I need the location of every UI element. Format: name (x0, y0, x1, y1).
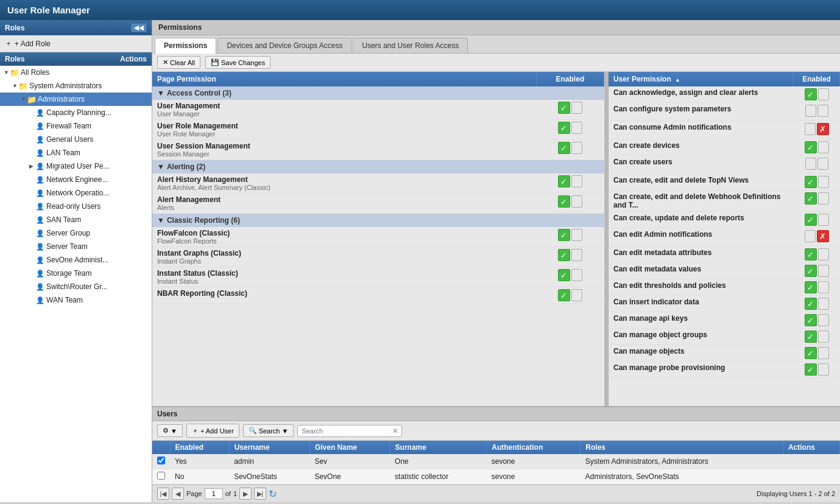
check-green[interactable]: ✓ (805, 331, 817, 343)
group-expand[interactable]: ▼ (157, 89, 164, 97)
users-col-header-4[interactable]: Surname (390, 441, 487, 454)
user-perm-toggle[interactable]: ✓ (805, 347, 829, 359)
perm-toggle[interactable]: ✓ (558, 269, 582, 281)
tab-users-access[interactable]: Users and User Roles Access (353, 38, 468, 53)
user-perm-toggle[interactable]: ✓ (805, 248, 829, 261)
check-toggle-right[interactable] (818, 298, 829, 310)
sidebar-item-switch-router-gr[interactable]: 👤Switch\Router Gr... (0, 280, 152, 293)
search-input[interactable] (298, 425, 389, 436)
sidebar-item-all-roles[interactable]: ▼📁All Roles (0, 66, 152, 79)
check-green[interactable]: ✓ (805, 265, 817, 277)
check-toggle-right[interactable] (571, 175, 582, 187)
users-col-header-7[interactable]: Actions (783, 441, 839, 454)
check-toggle-right[interactable] (818, 265, 829, 277)
perm-toggle[interactable]: ✓ (558, 122, 582, 134)
user-perm-toggle[interactable]: ✓ (805, 314, 829, 326)
check-red[interactable]: ✗ (817, 230, 829, 242)
check-green[interactable]: ✓ (805, 248, 817, 261)
check-toggle-right[interactable] (818, 141, 829, 153)
check-green[interactable]: ✓ (558, 195, 570, 208)
perm-toggle[interactable]: ✓ (558, 229, 582, 241)
check-toggle-right[interactable] (818, 176, 829, 188)
check-green[interactable]: ✓ (805, 314, 817, 326)
last-page-button[interactable]: ▶| (254, 488, 266, 500)
next-page-button[interactable]: ▶ (239, 488, 252, 500)
tab-devices-access[interactable]: Devices and Device Groups Access (217, 38, 351, 53)
check-toggle-right[interactable] (818, 314, 829, 326)
add-user-button[interactable]: ＋ + Add User (186, 424, 239, 438)
sidebar-collapse-icons[interactable]: ◀◀ (131, 23, 147, 32)
perm-toggle[interactable]: ✓ (558, 195, 582, 208)
user-perm-toggle[interactable]: ✗ (805, 230, 829, 242)
perm-toggle[interactable]: ✓ (558, 289, 582, 301)
users-col-header-1[interactable]: Enabled (170, 441, 229, 454)
sidebar-item-administrators[interactable]: ▼📁Administrators (0, 93, 152, 106)
user-perm-toggle[interactable]: ✓ (805, 331, 829, 343)
check-green[interactable]: ✓ (805, 363, 817, 376)
check-green[interactable]: ✓ (805, 347, 817, 359)
check-toggle-right[interactable] (571, 142, 582, 154)
user-perm-toggle[interactable] (805, 105, 828, 117)
sidebar-item-server-team[interactable]: 👤Server Team (0, 240, 152, 253)
user-perm-toggle[interactable]: ✓ (805, 214, 829, 226)
page-number-input[interactable] (205, 488, 223, 499)
perm-toggle[interactable]: ✓ (558, 142, 582, 154)
check-green[interactable]: ✓ (805, 192, 817, 205)
users-col-header-3[interactable]: Given Name (309, 441, 390, 454)
check-red[interactable]: ✗ (817, 123, 829, 135)
check-green[interactable]: ✓ (805, 176, 817, 188)
sidebar-item-server-group[interactable]: 👤Server Group (0, 226, 152, 240)
search-clear-button[interactable]: ✕ (389, 425, 401, 436)
check-toggle-right[interactable] (818, 363, 829, 376)
collapse-icon[interactable]: ◀◀ (131, 23, 147, 32)
check-toggle-left[interactable] (805, 230, 816, 242)
sidebar-item-capacity-planning[interactable]: 👤Capacity Planning... (0, 106, 152, 119)
check-green[interactable]: ✓ (558, 122, 570, 134)
check-green[interactable]: ✓ (558, 142, 570, 154)
sidebar-item-lan-team[interactable]: 👤LAN Team (0, 146, 152, 159)
user-perm-toggle[interactable]: ✓ (805, 176, 829, 188)
check-green[interactable]: ✓ (558, 102, 570, 114)
check-toggle-right[interactable] (571, 122, 582, 134)
perm-toggle[interactable]: ✓ (558, 249, 582, 261)
gear-button[interactable]: ⚙ ▼ (157, 424, 183, 437)
check-toggle-right[interactable] (818, 347, 829, 359)
check-toggle-left[interactable] (805, 123, 816, 135)
user-perm-toggle[interactable]: ✓ (805, 281, 829, 293)
refresh-button[interactable]: ↻ (269, 488, 277, 500)
sidebar-item-sevone-administ[interactable]: 👤SevOne Administ... (0, 253, 152, 267)
users-col-header-5[interactable]: Authentication (487, 441, 581, 454)
check-toggle-right[interactable] (817, 158, 828, 170)
sidebar-item-firewall-team[interactable]: 👤Firewall Team (0, 119, 152, 133)
search-dropdown-button[interactable]: 🔍 Search ▼ (243, 424, 294, 437)
user-perm-toggle[interactable]: ✓ (805, 265, 829, 277)
check-toggle-right[interactable] (571, 195, 582, 208)
tab-permissions[interactable]: Permissions (155, 38, 216, 54)
sidebar-item-network-enginee[interactable]: 👤Network Enginee... (0, 173, 152, 186)
check-green[interactable]: ✓ (805, 141, 817, 153)
check-green[interactable]: ✓ (805, 281, 817, 293)
check-toggle-right[interactable] (818, 88, 829, 100)
check-toggle-right[interactable] (571, 289, 582, 301)
users-col-header-2[interactable]: Username (229, 441, 309, 454)
perm-toggle[interactable]: ✓ (558, 102, 582, 114)
check-green[interactable]: ✓ (558, 249, 570, 261)
check-toggle-right[interactable] (571, 269, 582, 281)
check-toggle-right[interactable] (818, 192, 829, 205)
sidebar-item-wan-team[interactable]: 👤WAN Team (0, 293, 152, 307)
sidebar-item-migrated-user-pe[interactable]: ▶👤Migrated User Pe... (0, 159, 152, 173)
check-toggle-left[interactable] (805, 158, 816, 170)
check-toggle-right[interactable] (571, 249, 582, 261)
group-expand[interactable]: ▼ (157, 216, 164, 225)
first-page-button[interactable]: |◀ (157, 488, 169, 500)
sidebar-item-san-team[interactable]: 👤SAN Team (0, 213, 152, 226)
sidebar-item-read-only-users[interactable]: 👤Read-only Users (0, 200, 152, 213)
check-green[interactable]: ✓ (558, 229, 570, 241)
clear-all-button[interactable]: ✕ Clear All (157, 56, 200, 69)
user-perm-toggle[interactable] (805, 158, 828, 170)
sidebar-item-storage-team[interactable]: 👤Storage Team (0, 267, 152, 280)
sidebar-item-general-users[interactable]: 👤General Users (0, 133, 152, 146)
check-green[interactable]: ✓ (805, 88, 817, 100)
group-expand[interactable]: ▼ (157, 163, 164, 171)
check-toggle-right[interactable] (818, 331, 829, 343)
